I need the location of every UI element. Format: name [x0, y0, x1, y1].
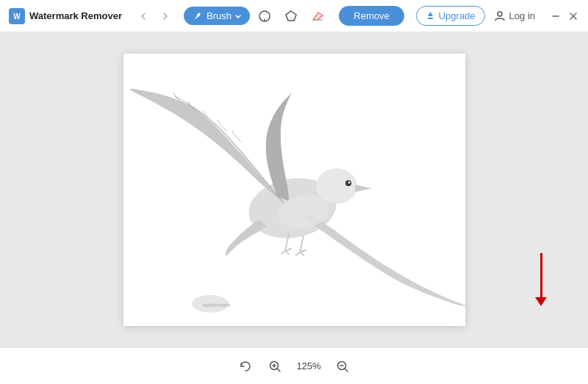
svg-rect-4 [428, 18, 433, 19]
zoom-level: 125% [294, 360, 323, 371]
toolbar-tools: Brush [184, 4, 329, 28]
app-logo: W Watermark Remover [9, 8, 122, 24]
erase-icon [311, 10, 324, 23]
titlebar: W Watermark Remover Brush [0, 0, 588, 32]
statusbar: 125% [0, 347, 588, 384]
lasso-icon [258, 10, 271, 23]
zoom-out-icon [336, 360, 349, 373]
minimize-icon [551, 11, 561, 21]
nav-controls [134, 7, 175, 26]
nav-back-button[interactable] [134, 7, 153, 26]
user-icon [494, 10, 506, 22]
svg-point-10 [348, 182, 350, 184]
brush-label: Brush [207, 10, 232, 21]
seagull-image: watermark [123, 54, 465, 326]
svg-text:watermark: watermark [202, 302, 231, 308]
logo-icon: W [9, 8, 25, 24]
login-button[interactable]: Log in [494, 10, 535, 22]
nav-back-icon [139, 12, 148, 21]
remove-button[interactable]: Remove [339, 6, 404, 26]
nav-forward-button[interactable] [156, 7, 175, 26]
upgrade-button[interactable]: Upgrade [416, 6, 485, 26]
window-controls [550, 10, 579, 22]
polygon-tool-button[interactable] [279, 4, 303, 28]
close-icon [568, 11, 578, 21]
brush-tool-button[interactable]: Brush [184, 7, 250, 25]
svg-text:W: W [13, 13, 21, 21]
minimize-button[interactable] [550, 10, 562, 22]
close-button[interactable] [567, 10, 579, 22]
upgrade-icon [426, 11, 435, 21]
brush-icon [193, 11, 203, 21]
nav-forward-icon [161, 12, 170, 21]
canvas-area[interactable]: watermark [0, 32, 588, 347]
upgrade-label: Upgrade [439, 10, 476, 21]
arrow-annotation [535, 253, 547, 306]
rotate-icon [239, 360, 252, 373]
rotate-button[interactable] [235, 356, 256, 377]
image-canvas[interactable]: watermark [123, 54, 465, 326]
titlebar-right: Upgrade Log in [416, 6, 579, 26]
polygon-icon [284, 10, 298, 23]
arrow-head [535, 297, 547, 306]
lasso-tool-button[interactable] [253, 4, 276, 28]
login-label: Log in [509, 10, 535, 21]
app-title: Watermark Remover [29, 10, 122, 21]
zoom-in-button[interactable] [265, 356, 285, 377]
svg-point-8 [316, 168, 357, 204]
zoom-in-icon [268, 360, 282, 373]
chevron-down-icon [235, 13, 241, 19]
zoom-out-button[interactable] [332, 356, 353, 377]
svg-point-5 [498, 12, 502, 16]
arrow-shaft [540, 253, 542, 297]
erase-tool-button[interactable] [306, 4, 329, 28]
